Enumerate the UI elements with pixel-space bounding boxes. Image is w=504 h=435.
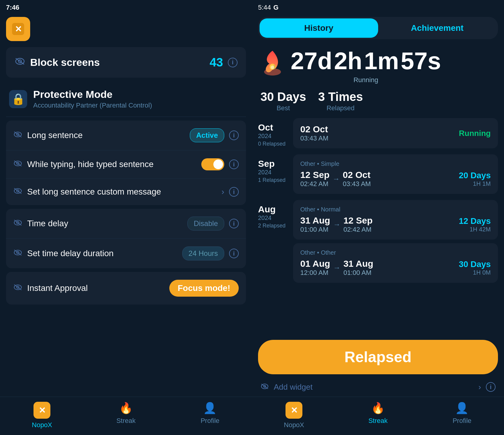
month-aug-year: 2024 (258, 214, 288, 221)
month-sep-year: 2024 (258, 169, 288, 176)
relapsed-stat: 3 Times Relapsed (318, 90, 363, 112)
toggle-thumb (213, 160, 223, 169)
month-oct: Oct 2024 0 Relapsed (258, 118, 288, 148)
oct-start-date: 02 Oct (300, 124, 328, 134)
time-delay-info-button[interactable]: i (229, 219, 239, 228)
hide-typed-label: While typing, hide typed sentence (27, 159, 196, 170)
time-delay-duration-label: Set time delay duration (27, 248, 177, 259)
tab-history[interactable]: History (260, 18, 378, 38)
aug-1-end-time: 02:42 AM (343, 226, 373, 234)
time-delay-duration-row[interactable]: Set time delay duration 24 Hours i (6, 239, 246, 268)
svg-text:✕: ✕ (15, 24, 22, 34)
left-bottom-nav: ✕ NopoX 🔥 Streak 👤 Profile (0, 397, 252, 435)
right-time: 5:44 (258, 4, 271, 11)
custom-message-row[interactable]: Set long sentence custom message › i (6, 179, 246, 205)
streak-nav-icon: 🔥 (119, 402, 133, 414)
month-oct-year: 2024 (258, 133, 288, 140)
time-delay-row[interactable]: Time delay Disable i (6, 209, 246, 239)
custom-message-info-button[interactable]: i (229, 187, 239, 197)
hide-typed-eye-icon (13, 160, 22, 169)
best-days-value: 30 Days (260, 90, 306, 104)
time-delay-eye-icon (13, 219, 22, 228)
left-nav-streak[interactable]: 🔥 Streak (84, 402, 168, 429)
hide-typed-toggle[interactable] (201, 158, 224, 170)
add-widget-chevron-icon: › (478, 382, 481, 392)
history-oct-section: Oct 2024 0 Relapsed 02 Oct 03:43 AM Runn… (258, 118, 498, 148)
time-delay-duration-info-button[interactable]: i (229, 249, 239, 258)
sep-days-count: 20 Days (459, 171, 491, 180)
aug-2-start-time: 12:00 AM (300, 269, 330, 277)
add-widget-info-button[interactable]: i (486, 382, 496, 392)
month-sep-relapsed: 1 Relapsed (258, 177, 288, 183)
tab-bar: History Achievement (258, 17, 498, 39)
left-time: 7:46 (6, 4, 19, 11)
aug-1-subtitle: Other • Normal (300, 206, 491, 213)
left-panel: 7:46 ✕ Block screens 43 i 🔒 (0, 0, 252, 435)
time-delay-label: Time delay (27, 218, 183, 229)
right-nav-profile[interactable]: 👤 Profile (420, 402, 504, 429)
add-widget-row[interactable]: Add widget › i (252, 377, 504, 397)
svg-point-26 (271, 66, 274, 69)
tab-achievement[interactable]: Achievement (378, 18, 497, 38)
instant-approval-group: Instant Approval Focus mode! (6, 272, 246, 304)
best-days-label: Best (260, 104, 306, 112)
hide-typed-row[interactable]: While typing, hide typed sentence i (6, 150, 246, 179)
best-stat: 30 Days Best (260, 90, 306, 112)
history-card-oct-running[interactable]: 02 Oct 03:43 AM Running (293, 118, 498, 148)
history-aug-section: Aug 2024 2 Relapsed Other • Normal 31 Au… (258, 200, 498, 283)
long-sentence-row[interactable]: Long sentence Active i (6, 121, 246, 150)
month-sep-name: Sep (258, 159, 288, 169)
aug-1-start-date: 31 Aug (300, 215, 330, 226)
relapsed-count-label: Relapsed (318, 104, 363, 112)
month-aug: Aug 2024 2 Relapsed (258, 200, 288, 283)
aug-2-duration: 1H 0M (459, 269, 491, 276)
add-widget-eye-icon (260, 383, 269, 391)
left-nav-nopox[interactable]: ✕ NopoX (0, 402, 84, 429)
hero-hours: 2h (334, 47, 362, 75)
oct-start-time: 03:43 AM (300, 134, 328, 142)
instant-approval-badge: Focus mode! (169, 280, 239, 297)
history-card-aug-1[interactable]: Other • Normal 31 Aug 01:00 AM → 12 Sep … (293, 200, 498, 240)
aug-1-end-date: 12 Sep (343, 215, 373, 226)
left-nav-nopox-label: NopoX (32, 421, 52, 429)
block-screens-info-button[interactable]: i (228, 58, 238, 67)
sep-end-time: 03:43 AM (343, 180, 371, 188)
hero-status: Running (291, 76, 441, 84)
left-nav-profile[interactable]: 👤 Profile (168, 402, 252, 429)
left-content: Block screens 43 i 🔒 Protective Mode Acc… (0, 47, 252, 397)
long-sentence-label: Long sentence (27, 130, 185, 141)
aug-2-end-time: 01:00 AM (343, 269, 373, 277)
instant-approval-label: Instant Approval (27, 283, 164, 294)
right-nav-streak[interactable]: 🔥 Streak (336, 402, 420, 429)
stats-summary: 30 Days Best 3 Times Relapsed (252, 90, 504, 118)
protective-mode-section: 🔒 Protective Mode Accountability Partner… (6, 81, 246, 117)
sep-end-date: 02 Oct (343, 170, 371, 180)
right-nav-nopox[interactable]: ✕ NopoX (252, 402, 336, 429)
month-aug-relapsed: 2 Relapsed (258, 223, 288, 229)
aug-1-duration: 1H 42M (459, 226, 491, 233)
protective-mode-title: Protective Mode (33, 89, 152, 100)
instant-approval-eye-icon (13, 283, 22, 293)
right-profile-nav-icon: 👤 (455, 402, 469, 414)
history-card-aug-2[interactable]: Other • Other 01 Aug 12:00 AM → 31 Aug 0… (293, 243, 498, 283)
aug-1-days-count: 12 Days (459, 216, 491, 226)
oct-running-badge: Running (459, 129, 491, 138)
right-nav-streak-label: Streak (368, 417, 388, 425)
hero-minutes: 1m (364, 47, 399, 75)
aug-1-arrow-icon: → (333, 220, 340, 229)
relapsed-button[interactable]: Relapsed (258, 340, 498, 374)
time-delay-duration-badge: 24 Hours (182, 246, 224, 260)
right-panel: 5:44 G History Achievement (252, 0, 504, 435)
long-sentence-info-button[interactable]: i (229, 130, 239, 140)
month-aug-name: Aug (258, 204, 288, 214)
hide-typed-info-button[interactable]: i (229, 160, 239, 169)
instant-approval-row[interactable]: Instant Approval Focus mode! (6, 272, 246, 304)
custom-message-label: Set long sentence custom message (27, 186, 217, 197)
history-card-sep-1[interactable]: Other • Simple 12 Sep 02:42 AM → 02 Oct … (293, 154, 498, 194)
app-icon[interactable]: ✕ (6, 17, 30, 41)
sep-card-subtitle: Other • Simple (300, 160, 491, 167)
right-nav-profile-label: Profile (453, 417, 471, 425)
protective-mode-subtitle: Accountability Partner (Parental Control… (33, 102, 152, 109)
hero-seconds: 57s (401, 47, 441, 75)
time-delay-group: Time delay Disable i Set time delay dura… (6, 209, 246, 268)
